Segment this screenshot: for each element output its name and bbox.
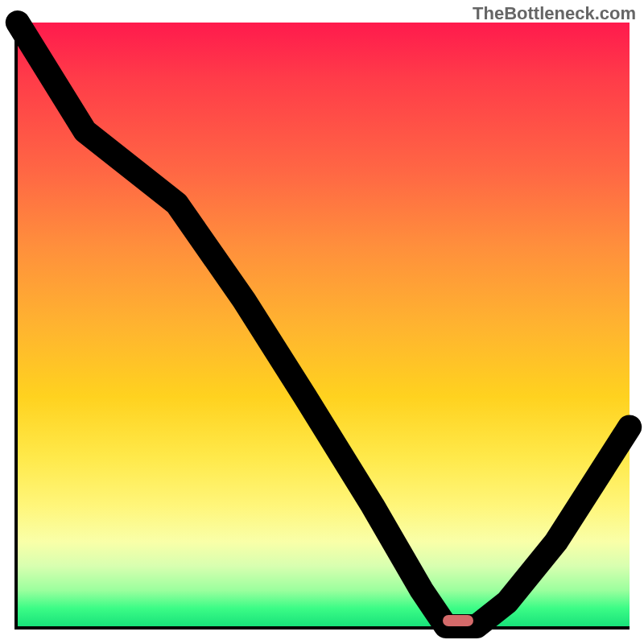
watermark-text: TheBottleneck.com [473,3,636,24]
chart-frame: TheBottleneck.com [0,0,644,644]
plot-area [14,23,630,630]
optimum-marker [443,615,473,626]
curve-path [18,23,630,626]
bottleneck-curve [18,23,630,626]
